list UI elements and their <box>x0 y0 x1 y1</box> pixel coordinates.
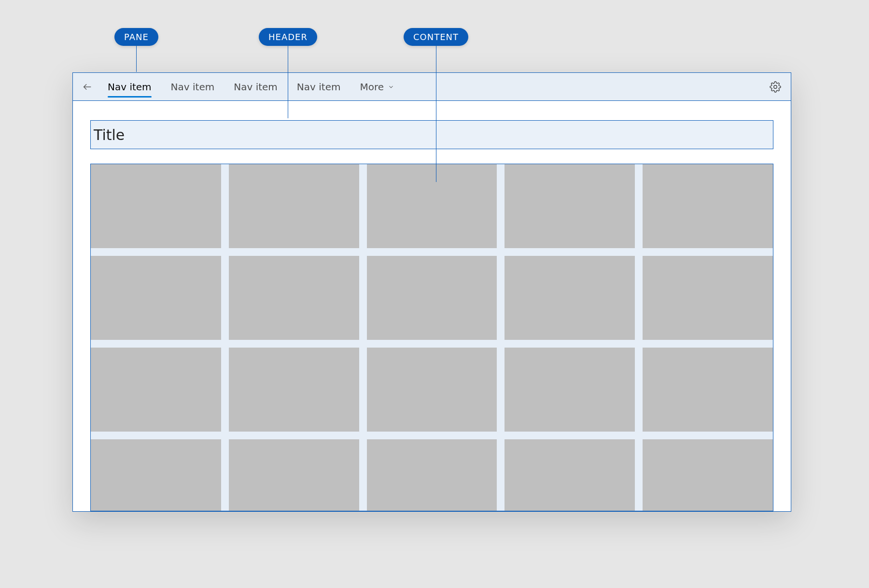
nav-items: Nav item Nav item Nav item Nav item More <box>98 73 404 100</box>
content-tile[interactable] <box>229 256 359 340</box>
content-tile[interactable] <box>91 348 221 432</box>
content-grid <box>91 164 773 511</box>
content-tile[interactable] <box>229 348 359 432</box>
nav-item-0[interactable]: Nav item <box>98 73 161 100</box>
content-tile[interactable] <box>91 256 221 340</box>
nav-item-1[interactable]: Nav item <box>161 73 224 100</box>
svg-point-1 <box>774 85 777 88</box>
nav-item-label: Nav item <box>171 81 215 93</box>
nav-more-label: More <box>360 81 384 93</box>
content-tile[interactable] <box>505 256 635 340</box>
annotation-leader <box>136 46 137 72</box>
back-button[interactable] <box>77 76 98 98</box>
annotation-header: HEADER <box>259 28 317 118</box>
content-tile[interactable] <box>643 256 773 340</box>
arrow-left-icon <box>82 82 93 92</box>
annotation-pane: PANE <box>114 28 158 72</box>
content-tile[interactable] <box>229 164 359 248</box>
annotation-content: CONTENT <box>404 28 468 182</box>
content-tile[interactable] <box>91 439 221 511</box>
settings-button[interactable] <box>769 80 782 94</box>
content-frame <box>90 164 773 511</box>
content-tile[interactable] <box>643 439 773 511</box>
nav-item-more[interactable]: More <box>350 73 404 100</box>
annotation-header-label: HEADER <box>259 28 317 46</box>
page-title: Title <box>94 126 125 143</box>
annotation-leader <box>436 46 436 182</box>
content-tile[interactable] <box>643 348 773 432</box>
content-tile[interactable] <box>505 164 635 248</box>
content-tile[interactable] <box>91 164 221 248</box>
content-region <box>73 149 791 511</box>
gear-icon <box>770 81 781 93</box>
chevron-down-icon <box>388 84 394 90</box>
content-tile[interactable] <box>505 439 635 511</box>
annotation-leader <box>288 46 288 118</box>
content-tile[interactable] <box>367 348 497 432</box>
content-tile[interactable] <box>367 256 497 340</box>
annotation-content-label: CONTENT <box>404 28 468 46</box>
content-tile[interactable] <box>643 164 773 248</box>
nav-item-label: Nav item <box>108 81 152 93</box>
content-tile[interactable] <box>505 348 635 432</box>
annotation-pane-label: PANE <box>114 28 158 46</box>
content-tile[interactable] <box>367 439 497 511</box>
content-tile[interactable] <box>229 439 359 511</box>
